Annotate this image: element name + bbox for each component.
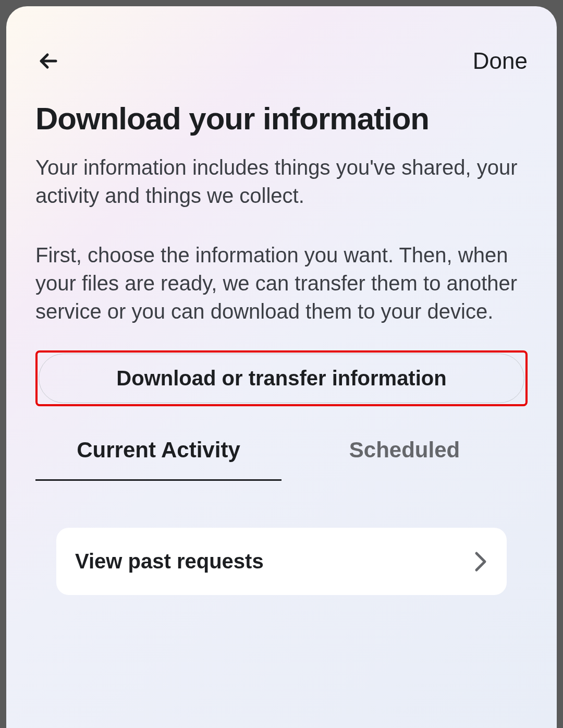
download-info-modal: Done Download your information Your info… xyxy=(6,6,557,728)
back-button[interactable] xyxy=(35,48,62,74)
download-transfer-button[interactable]: Download or transfer information xyxy=(39,354,524,403)
description-paragraph-1: Your information includes things you've … xyxy=(6,153,557,210)
page-title: Download your information xyxy=(6,95,557,153)
chevron-right-icon xyxy=(473,550,488,573)
modal-header: Done xyxy=(6,6,557,95)
tab-scheduled[interactable]: Scheduled xyxy=(282,438,528,481)
past-requests-label: View past requests xyxy=(75,550,264,573)
tabs-container: Current Activity Scheduled xyxy=(6,406,557,481)
description-paragraph-2: First, choose the information you want. … xyxy=(6,241,557,325)
arrow-left-icon xyxy=(36,48,61,74)
done-button[interactable]: Done xyxy=(473,48,528,74)
primary-action-highlight: Download or transfer information xyxy=(35,350,528,406)
tab-current-activity[interactable]: Current Activity xyxy=(35,438,282,481)
view-past-requests-card[interactable]: View past requests xyxy=(56,528,507,595)
